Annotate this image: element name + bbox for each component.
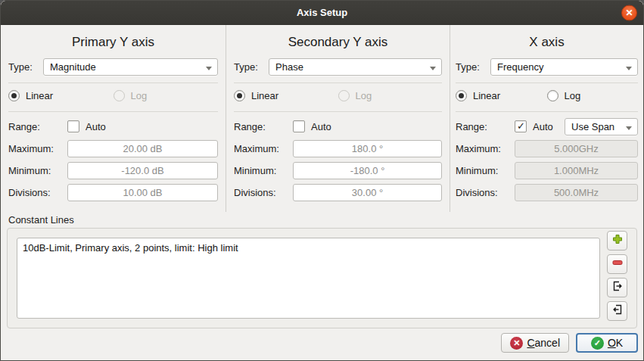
divider	[8, 82, 218, 83]
x-divisions-field: 500.0MHz	[515, 184, 638, 201]
window-title: Axis Setup	[297, 7, 347, 18]
maximum-label: Maximum:	[456, 143, 515, 154]
range-label: Range:	[8, 121, 67, 132]
remove-icon	[611, 257, 624, 272]
dropdown-value: Phase	[275, 61, 303, 73]
cancel-icon: ✕	[510, 337, 523, 350]
constant-lines-label: Constant Lines	[8, 214, 643, 226]
dropdown-value: Use Span	[571, 121, 614, 132]
secondary-type-dropdown[interactable]: Phase	[269, 58, 442, 76]
divider	[234, 82, 442, 83]
secondary-log-radio: Log	[338, 89, 443, 101]
constant-lines-actions	[607, 231, 627, 325]
primary-minimum-field[interactable]: -120.0 dB	[67, 162, 218, 179]
chevron-down-icon	[626, 67, 632, 70]
x-axis-section: X axis Type: Frequency Linear Log	[450, 25, 643, 212]
maximum-label: Maximum:	[234, 143, 293, 154]
primary-divisions-field[interactable]: 10.00 dB	[67, 184, 218, 201]
section-title: Primary Y axis	[8, 25, 218, 53]
radio-label: Linear	[26, 90, 53, 101]
section-title: Secondary Y axis	[234, 25, 442, 53]
chevron-down-icon	[626, 126, 632, 130]
export-line-button[interactable]	[607, 278, 627, 297]
maximum-label: Maximum:	[8, 143, 67, 154]
export-icon	[611, 280, 624, 295]
axis-setup-dialog: Axis Setup ✕ Primary Y axis Type: Magnit…	[0, 0, 644, 361]
close-icon[interactable]: ✕	[621, 5, 637, 20]
list-item[interactable]: 10dB-Limit, Primary axis, 2 points, limi…	[23, 241, 594, 255]
chevron-down-icon	[206, 67, 212, 70]
dropdown-value: Magnitude	[50, 61, 96, 73]
divisions-label: Divisions:	[456, 187, 515, 198]
cancel-button[interactable]: ✕ Cancel	[501, 333, 569, 353]
secondary-y-axis-section: Secondary Y axis Type: Phase Linear Log	[226, 25, 450, 212]
divider	[456, 111, 638, 112]
divisions-label: Divisions:	[234, 187, 293, 198]
x-linear-radio[interactable]: Linear	[456, 89, 547, 101]
auto-label: Auto	[86, 121, 106, 132]
radio-icon	[547, 90, 558, 101]
secondary-divisions-field[interactable]: 30.00 °	[293, 184, 442, 201]
type-label: Type:	[234, 61, 269, 73]
chevron-down-icon	[430, 67, 436, 70]
dropdown-value: Frequency	[497, 61, 543, 73]
titlebar[interactable]: Axis Setup ✕	[1, 1, 643, 25]
x-maximum-field: 5.000GHz	[515, 140, 638, 157]
x-auto-checkbox[interactable]	[515, 120, 527, 132]
radio-icon	[456, 90, 467, 101]
radio-label: Log	[356, 90, 372, 101]
radio-label: Linear	[251, 90, 278, 101]
primary-maximum-field[interactable]: 20.00 dB	[67, 140, 218, 157]
axis-columns: Primary Y axis Type: Magnitude Linear Lo…	[1, 25, 643, 212]
primary-y-axis-section: Primary Y axis Type: Magnitude Linear Lo…	[1, 25, 226, 212]
add-line-button[interactable]	[607, 231, 627, 251]
minimum-label: Minimum:	[456, 165, 515, 176]
minimum-label: Minimum:	[234, 165, 293, 176]
primary-log-radio: Log	[114, 89, 219, 101]
secondary-auto-checkbox[interactable]	[293, 120, 305, 132]
radio-icon	[114, 90, 125, 101]
auto-label: Auto	[533, 121, 553, 132]
minimum-label: Minimum:	[8, 165, 67, 176]
radio-icon	[234, 90, 245, 101]
type-label: Type:	[456, 61, 490, 73]
ok-icon: ✓	[591, 337, 604, 350]
secondary-minimum-field[interactable]: -180.0 °	[293, 162, 442, 179]
constant-lines-group: 10dB-Limit, Primary axis, 2 points, limi…	[7, 228, 637, 328]
range-label: Range:	[456, 121, 515, 132]
secondary-maximum-field[interactable]: 180.0 °	[293, 140, 442, 157]
secondary-linear-radio[interactable]: Linear	[234, 89, 338, 101]
x-minimum-field: 1.000MHz	[515, 162, 638, 179]
primary-auto-checkbox[interactable]	[67, 120, 79, 132]
import-line-button[interactable]	[607, 301, 627, 321]
remove-line-button[interactable]	[607, 254, 627, 274]
divider	[234, 111, 442, 112]
radio-label: Log	[131, 90, 148, 101]
divisions-label: Divisions:	[8, 187, 67, 198]
section-title: X axis	[456, 25, 638, 53]
radio-icon	[338, 90, 350, 101]
auto-label: Auto	[311, 121, 331, 132]
ok-button[interactable]: ✓ OK	[576, 333, 638, 353]
x-type-dropdown[interactable]: Frequency	[490, 58, 638, 76]
radio-icon	[8, 90, 20, 101]
ok-button-label: OK	[608, 337, 623, 349]
range-label: Range:	[234, 121, 293, 132]
add-icon	[611, 233, 624, 248]
constant-lines-list[interactable]: 10dB-Limit, Primary axis, 2 points, limi…	[17, 238, 600, 319]
radio-label: Log	[565, 90, 581, 101]
cancel-button-label: Cancel	[527, 337, 560, 349]
x-span-dropdown[interactable]: Use Span	[565, 118, 638, 135]
primary-linear-radio[interactable]: Linear	[8, 89, 114, 101]
dialog-footer: ✕ Cancel ✓ OK	[501, 333, 638, 353]
primary-type-dropdown[interactable]: Magnitude	[43, 58, 218, 76]
import-icon	[611, 303, 624, 319]
divider	[8, 111, 218, 112]
type-label: Type:	[8, 61, 43, 73]
divider	[456, 82, 638, 83]
radio-label: Linear	[473, 90, 500, 101]
x-log-radio[interactable]: Log	[547, 89, 639, 101]
